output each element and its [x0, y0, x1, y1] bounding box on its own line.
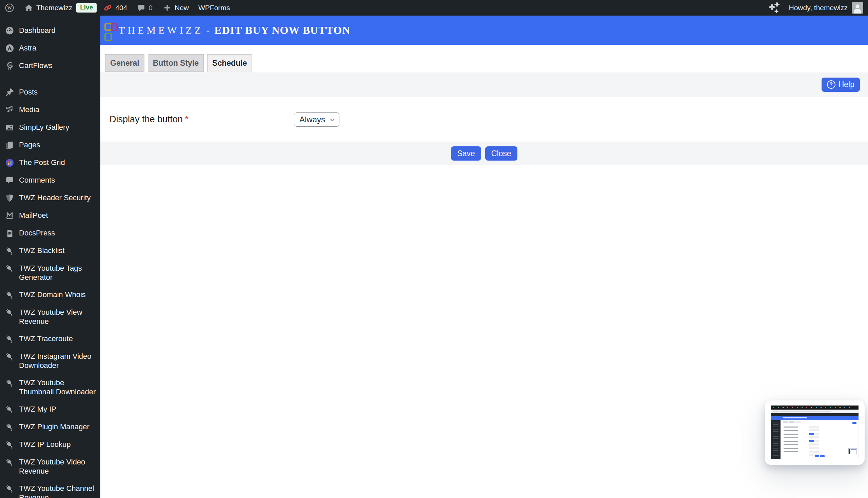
new-content-menu[interactable]: New: [163, 3, 189, 12]
plugin-icon: [0, 334, 19, 343]
required-asterisk: *: [185, 114, 189, 124]
plugin-icon: [0, 264, 19, 282]
broken-links-count: 404: [115, 4, 127, 12]
logo-square-gold: [104, 23, 112, 31]
sidebar-item-twz-instagram-video-downloader[interactable]: TWZ Instagram Video Downloader: [0, 348, 100, 374]
question-circle-icon: ?: [827, 80, 835, 89]
site-name-menu[interactable]: Themewizz: [24, 3, 72, 12]
screenshot-preview-thumbnail[interactable]: [765, 401, 865, 465]
plus-icon: [163, 3, 171, 12]
sparkles-icon[interactable]: [767, 1, 781, 15]
save-button[interactable]: Save: [451, 146, 481, 160]
logo-square-purple: [111, 23, 118, 31]
mini-content: [780, 420, 858, 459]
comments-icon: [0, 175, 19, 185]
sidebar-item-astra[interactable]: Astra: [0, 39, 100, 57]
tab-general[interactable]: General: [105, 54, 144, 72]
sidebar-item-twz-traceroute[interactable]: TWZ Traceroute: [0, 330, 100, 348]
plugin-icon: [0, 422, 19, 432]
sidebar-item-twz-ip-lookup[interactable]: TWZ IP Lookup: [0, 436, 100, 453]
mini-sidebar: [771, 420, 780, 459]
sidebar-item-comments[interactable]: Comments: [0, 171, 100, 189]
sidebar-item-twz-plugin-manager[interactable]: TWZ Plugin Manager: [0, 418, 100, 436]
main-content: THEMEWIZZ - EDIT BUY NOW BUTTON General …: [100, 16, 868, 498]
tab-bar: General Button Style Schedule: [100, 45, 868, 72]
close-button[interactable]: Close: [485, 146, 518, 160]
sidebar-item-twz-youtube-view-revenue[interactable]: TWZ Youtube View Revenue: [0, 303, 100, 330]
new-label: New: [175, 4, 189, 12]
sidebar-item-twz-header-security[interactable]: TWZ Header Security: [0, 189, 100, 207]
sidebar-item-twz-youtube-tags-generator[interactable]: TWZ Youtube Tags Generator: [0, 260, 100, 286]
gallery-icon: [0, 123, 19, 132]
broken-links-menu[interactable]: 404: [103, 3, 127, 12]
admin-bar: Themewizz Live 404 0 New WPForms Howdy, …: [0, 0, 868, 16]
plugin-icon: [0, 352, 19, 370]
avatar[interactable]: [852, 2, 863, 14]
sidebar-item-mailpoet[interactable]: MailPoet: [0, 207, 100, 224]
live-badge: Live: [76, 3, 97, 13]
plugin-icon: [0, 457, 19, 476]
mini-nested-thumbnail: [848, 448, 857, 454]
sidebar-item-twz-domain-whois[interactable]: TWZ Domain Whois: [0, 286, 100, 303]
mailpoet-icon: [0, 211, 19, 220]
help-button-label: Help: [839, 80, 854, 89]
display-select[interactable]: Always: [294, 113, 340, 127]
comments-menu[interactable]: 0: [137, 3, 153, 12]
sidebar-item-cartflows[interactable]: CartFlows: [0, 57, 100, 75]
chevron-down-icon: [330, 117, 335, 123]
pushpin-icon: [0, 88, 19, 97]
howdy-account-menu[interactable]: Howdy, themewizz: [789, 4, 848, 12]
content-empty-area: [100, 165, 868, 498]
plugin-icon: [0, 405, 19, 414]
sidebar-item-twz-my-ip[interactable]: TWZ My IP: [0, 401, 100, 418]
admin-bar-right: Howdy, themewizz: [767, 1, 868, 15]
sidebar-item-twz-blacklist[interactable]: TWZ Blacklist: [0, 242, 100, 260]
sidebar-item-pages[interactable]: Pages: [0, 136, 100, 154]
wpforms-menu[interactable]: WPForms: [199, 4, 230, 12]
tab-button-style[interactable]: Button Style: [148, 54, 204, 72]
help-button[interactable]: ? Help: [821, 78, 860, 92]
plugin-icon: [0, 307, 19, 326]
display-button-label: Display the button*: [100, 114, 294, 124]
sidebar-item-twz-youtube-video-revenue[interactable]: TWZ Youtube Video Revenue: [0, 453, 100, 480]
mini-browser-tabstrip: [771, 406, 858, 409]
cartflows-icon: [0, 61, 19, 70]
comments-count: 0: [149, 4, 153, 12]
themewizz-logo-icon: [104, 18, 122, 42]
plugin-icon: [0, 378, 19, 396]
home-icon: [24, 3, 33, 12]
plugin-icon: [0, 290, 19, 300]
sidebar-item-twz-youtube-thumbnail-downloader[interactable]: TWZ Youtube Thumbnail Downloader: [0, 374, 100, 401]
sidebar-item-posts[interactable]: Posts: [0, 83, 100, 101]
help-toolbar: ? Help: [100, 72, 868, 97]
shield-icon: [0, 193, 19, 202]
dashboard-icon: [0, 26, 19, 35]
logo-square-green: [104, 33, 112, 41]
sidebar-item-dashboard[interactable]: Dashboard: [0, 22, 100, 39]
mini-body: [771, 420, 858, 459]
sidebar-item-the-post-grid[interactable]: The Post Grid: [0, 154, 100, 171]
plugin-icon: [0, 440, 19, 449]
site-name: Themewizz: [36, 4, 72, 12]
tab-schedule[interactable]: Schedule: [207, 54, 252, 72]
document-icon: [0, 228, 19, 238]
schedule-form: Display the button* Always: [100, 97, 868, 142]
sidebar-item-media[interactable]: Media: [0, 101, 100, 119]
media-icon: [0, 105, 19, 115]
display-select-value: Always: [299, 115, 325, 124]
pages-icon: [0, 140, 19, 150]
sidebar-item-docspress[interactable]: DocsPress: [0, 224, 100, 242]
sidebar-item-simply-gallery[interactable]: SimpLy Gallery: [0, 119, 100, 136]
mini-screenshot: [771, 406, 858, 459]
mini-admin-bar: [771, 413, 858, 416]
actions-footer: Save Close: [100, 142, 868, 165]
brand-name: THEMEWIZZ: [119, 24, 203, 36]
wpforms-label: WPForms: [199, 4, 230, 12]
sidebar-item-twz-youtube-channel-revenue[interactable]: TWZ Youtube Channel Revenue: [0, 480, 100, 498]
mini-plugin-header: [771, 416, 858, 420]
wordpress-admin-screen: Themewizz Live 404 0 New WPForms Howdy, …: [0, 0, 868, 498]
wordpress-logo-icon[interactable]: [5, 3, 14, 13]
plugin-header: THEMEWIZZ - EDIT BUY NOW BUTTON: [100, 16, 868, 45]
post-grid-icon: [0, 158, 19, 167]
broken-link-icon: [103, 3, 112, 12]
